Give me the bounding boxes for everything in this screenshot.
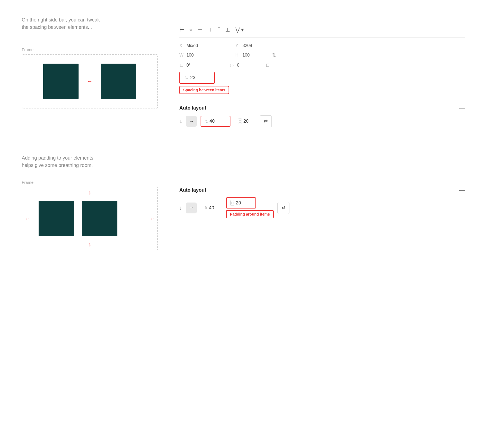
padding-label-badge: Padding around items: [226, 210, 274, 218]
h-label: H: [235, 53, 241, 58]
block-2b: [82, 201, 117, 236]
spacing-label-badge: Spacing between items: [179, 86, 229, 94]
section-1-left: On the right side bar, you can tweak the…: [22, 16, 158, 127]
wrap-btn[interactable]: ⇄: [260, 115, 272, 127]
section-2-left: Adding padding to your elements helps gi…: [22, 154, 158, 250]
auto-layout-1: Auto layout — ↓ → ⇅ 40 □ 20: [179, 105, 465, 127]
align-bottom-icon[interactable]: ⊥: [225, 26, 230, 33]
auto-layout-2-padding-input[interactable]: □ 20: [226, 197, 256, 209]
padding-2-wrapper: □ 20 Padding around items: [226, 197, 274, 218]
auto-layout-2: Auto layout — ↓ → ⇅ 40 □: [179, 187, 465, 218]
wrap-2-icon: ⇄: [282, 205, 285, 211]
block-2a: [39, 201, 74, 236]
auto-layout-1-spacing-input[interactable]: ⇅ 40: [201, 116, 230, 127]
wrap-icon: ⇄: [264, 119, 268, 124]
spacing-input-wrapper: ⇅ 23 Spacing between items: [179, 72, 465, 94]
toolbar-row: ⊢ ⌖ ⊣ ⊤ ‾ ⊥ ⋁ ▾: [179, 22, 465, 38]
auto-spacing-icon: ⇅: [205, 119, 208, 123]
block-1a: [43, 64, 79, 99]
direction-right-btn[interactable]: →: [186, 116, 197, 127]
y-value[interactable]: 3208: [242, 43, 264, 48]
align-right-icon[interactable]: ⊣: [198, 26, 202, 33]
auto-layout-2-title: Auto layout: [179, 187, 206, 193]
section-2: Adding padding to your elements helps gi…: [22, 154, 465, 250]
x-field-group: X Mixed: [179, 43, 208, 48]
padding-2-value[interactable]: 20: [236, 200, 241, 206]
spacing-input-box[interactable]: ⇅ 23: [179, 72, 215, 84]
auto-layout-2-collapse[interactable]: —: [459, 187, 465, 193]
auto-layout-1-header: Auto layout —: [179, 105, 465, 111]
section-1-right: ⊢ ⌖ ⊣ ⊤ ‾ ⊥ ⋁ ▾ X Mixed Y 3208: [179, 16, 465, 127]
padding-2-icon: □: [230, 200, 234, 206]
spacing-2-value[interactable]: 40: [209, 205, 214, 211]
padding-top-arrow: ↕: [88, 189, 91, 196]
section-2-right: Auto layout — ↓ → ⇅ 40 □: [179, 154, 465, 250]
auto-spacing-value[interactable]: 40: [210, 119, 215, 124]
w-value[interactable]: 100: [186, 53, 208, 58]
section-1-description: On the right side bar, you can tweak the…: [22, 16, 158, 31]
align-center-v-icon[interactable]: ‾: [218, 27, 220, 33]
auto-layout-1-padding-input[interactable]: □ 20: [234, 116, 256, 126]
direction-right-2-btn[interactable]: →: [186, 203, 197, 213]
corner-field-group: ◌ 0: [230, 63, 259, 68]
frame-1-box: ↔: [22, 54, 158, 108]
padding-right-arrow: ↔: [149, 216, 155, 222]
x-label: X: [179, 43, 185, 48]
x-value[interactable]: Mixed: [186, 43, 208, 48]
w-label: W: [179, 53, 185, 58]
spacing-between-icon: ⇅: [185, 76, 188, 80]
align-left-icon[interactable]: ⊢: [179, 26, 184, 33]
frame-1-label: Frame: [22, 47, 158, 52]
direction-right-2-icon: →: [189, 205, 194, 211]
direction-right-icon: →: [189, 119, 194, 124]
position-fields: X Mixed Y 3208 W 100 H 100: [179, 43, 465, 68]
align-top-icon[interactable]: ⊤: [208, 26, 213, 33]
block-1b: [101, 64, 136, 99]
auto-layout-1-title: Auto layout: [179, 105, 206, 111]
frame-2-label: Frame: [22, 180, 158, 185]
spacing-input-value[interactable]: 23: [190, 75, 195, 80]
w-field-group: W 100: [179, 53, 208, 58]
frame-2-box: ↕ ↔ ↕ ↔: [22, 187, 158, 250]
auto-layout-1-collapse[interactable]: —: [459, 105, 465, 111]
angle-value[interactable]: 0°: [186, 63, 208, 68]
direction-down-icon[interactable]: ↓: [179, 118, 182, 125]
align-center-h-icon[interactable]: ⌖: [189, 27, 192, 33]
y-label: Y: [235, 43, 241, 48]
padding-bottom-arrow: ↕: [88, 241, 91, 248]
spacing-2-icon: ⇅: [204, 206, 207, 210]
auto-layout-1-controls: ↓ → ⇅ 40 □ 20 ⇄: [179, 115, 465, 127]
section-1: On the right side bar, you can tweak the…: [22, 16, 465, 127]
expand-icon[interactable]: □: [266, 62, 269, 68]
y-field-group: Y 3208: [235, 43, 264, 48]
h-field-group: H 100: [235, 53, 264, 58]
direction-down-2-icon[interactable]: ↓: [179, 205, 182, 211]
padding-left-arrow: ↔: [24, 216, 30, 222]
lock-ratio-icon[interactable]: ⇅: [272, 52, 276, 58]
distribute-icon[interactable]: ⋁ ▾: [235, 26, 244, 33]
h-value[interactable]: 100: [242, 53, 264, 58]
wrap-2-btn[interactable]: ⇄: [277, 202, 289, 214]
auto-layout-2-controls: ↓ → ⇅ 40 □ 20 Padding around items: [179, 197, 465, 218]
auto-layout-2-header: Auto layout —: [179, 187, 465, 193]
corner-value[interactable]: 0: [237, 63, 259, 68]
angle-field-group: ∟ 0°: [179, 63, 208, 68]
section-2-description: Adding padding to your elements helps gi…: [22, 154, 158, 169]
corner-label: ◌: [230, 63, 235, 68]
auto-padding-value[interactable]: 20: [244, 119, 249, 124]
padding-icon: □: [238, 119, 242, 124]
spacing-arrow: ↔: [87, 78, 93, 85]
auto-layout-2-spacing-input[interactable]: ⇅ 40: [201, 203, 222, 213]
angle-label: ∟: [179, 63, 185, 68]
